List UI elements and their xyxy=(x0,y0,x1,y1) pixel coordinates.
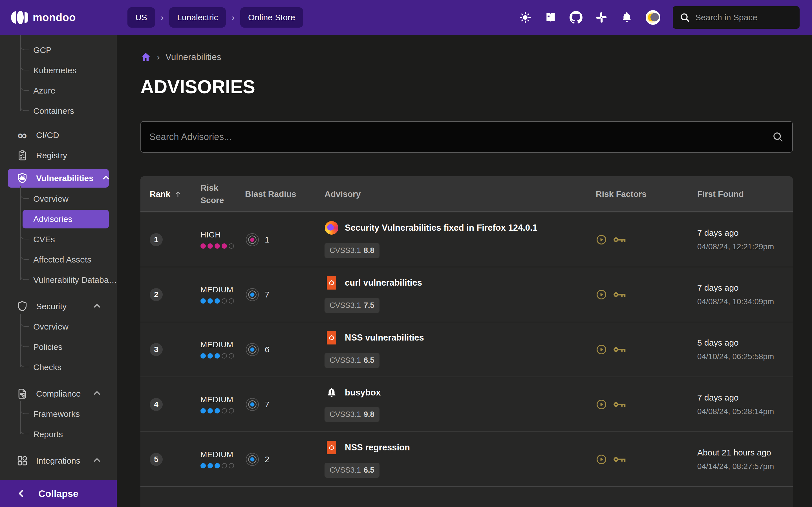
exploitable-play-icon xyxy=(596,344,607,355)
space-search xyxy=(673,6,800,29)
first-found-relative: 7 days ago xyxy=(697,228,793,238)
sidebar-item-vulnerability-database[interactable]: Vulnerability Databa… xyxy=(0,270,117,290)
sun-theme-icon[interactable] xyxy=(519,11,532,24)
advisory-title: Security Vulnerabilities fixed in Firefo… xyxy=(345,223,538,233)
table-row[interactable]: 2 MEDIUM 7 curl vulnerabilities CVSS3.17… xyxy=(140,267,793,322)
risk-score-dots xyxy=(200,353,245,358)
advisory-title: curl vulnerabilities xyxy=(345,278,422,288)
mondoo-logo-icon xyxy=(11,11,28,24)
advisories-search-input[interactable] xyxy=(149,131,772,142)
table-row[interactable]: 4 MEDIUM 7 xyxy=(140,377,793,432)
blast-radius-icon xyxy=(245,287,260,302)
chevron-up-icon[interactable] xyxy=(92,388,102,399)
sidebar-item-frameworks[interactable]: Frameworks xyxy=(0,404,117,424)
risk-level-label: MEDIUM xyxy=(200,450,245,459)
rank-badge: 2 xyxy=(150,288,163,301)
org-breadcrumb-region[interactable]: US xyxy=(128,7,155,27)
first-found-relative: About 21 hours ago xyxy=(697,448,793,457)
infinity-icon: ∞ xyxy=(16,129,29,142)
sidebar-item-registry[interactable]: Registry xyxy=(0,145,117,166)
breadcrumb-current[interactable]: Vulnerabilities xyxy=(165,52,221,62)
sidebar-item-containers[interactable]: Containers xyxy=(0,101,117,121)
sidebar-item-checks[interactable]: Checks xyxy=(0,357,117,378)
ubuntu-icon xyxy=(327,331,336,344)
sidebar-item-cicd[interactable]: ∞ CI/CD xyxy=(0,125,117,145)
sidebar-item-affected-assets[interactable]: Affected Assets xyxy=(0,249,117,270)
sidebar-item-integrations[interactable]: Integrations xyxy=(0,451,117,471)
first-found-date: 04/14/24, 08:27:57pm xyxy=(697,462,793,471)
mondoo-logo[interactable]: mondoo xyxy=(0,11,117,24)
breadcrumb: › Vulnerabilities xyxy=(140,51,812,63)
sidebar-item-gcp[interactable]: GCP xyxy=(0,40,117,60)
column-header-risk-score[interactable]: Risk Score xyxy=(200,182,245,206)
breadcrumb-separator: › xyxy=(161,12,164,23)
slack-icon[interactable] xyxy=(595,11,608,24)
sidebar-item-compliance[interactable]: Compliance xyxy=(0,384,117,404)
sidebar-collapse-button[interactable]: Collapse xyxy=(0,480,117,507)
sidebar-item-azure[interactable]: Azure xyxy=(0,80,117,101)
firefox-icon xyxy=(325,221,338,235)
docs-book-icon[interactable] xyxy=(544,11,557,24)
risk-level-label: HIGH xyxy=(200,230,245,239)
rank-badge: 1 xyxy=(150,233,163,246)
search-icon[interactable] xyxy=(772,131,784,143)
org-breadcrumb-organization[interactable]: Lunalectric xyxy=(169,7,226,27)
key-icon xyxy=(613,290,626,299)
risk-score-dots xyxy=(200,298,245,304)
home-icon[interactable] xyxy=(140,52,151,62)
clipboard-icon xyxy=(16,149,29,162)
sidebar-item-kubernetes[interactable]: Kubernetes xyxy=(0,60,117,80)
chevron-up-icon[interactable] xyxy=(92,455,102,466)
document-check-icon xyxy=(16,387,29,400)
org-breadcrumbs: US › Lunalectric › Online Store xyxy=(128,7,303,27)
table-row[interactable]: 1 HIGH 1 Security Vulnerabilities fixed … xyxy=(140,212,793,267)
column-header-advisory[interactable]: Advisory xyxy=(324,189,596,199)
risk-level-label: MEDIUM xyxy=(200,340,245,349)
compliance-subtree: Frameworks Reports xyxy=(0,404,117,445)
blast-radius-icon xyxy=(245,232,260,247)
column-header-rank[interactable]: Rank xyxy=(150,189,200,199)
first-found-relative: 7 days ago xyxy=(697,283,793,293)
advisory-title: NSS vulnerabilities xyxy=(345,333,424,343)
rank-badge: 3 xyxy=(150,343,163,356)
main-content: › Vulnerabilities ADVISORIES Rank Risk S… xyxy=(118,35,812,507)
first-found-date: 04/08/24, 05:28:14pm xyxy=(697,407,793,416)
sidebar-item-vulnerabilities[interactable]: Vulnerabilities xyxy=(8,169,109,187)
exploitable-play-icon xyxy=(596,399,607,410)
ubuntu-icon xyxy=(327,276,336,290)
sidebar-item-vuln-overview[interactable]: Overview xyxy=(0,189,117,209)
chevron-up-icon[interactable] xyxy=(101,173,111,184)
github-icon[interactable] xyxy=(569,11,582,24)
vulnerabilities-subtree: Overview Advisories CVEs Affected Assets… xyxy=(0,189,117,290)
sort-ascending-icon xyxy=(174,190,182,198)
shield-bug-icon xyxy=(16,172,29,185)
space-search-input[interactable] xyxy=(695,13,804,22)
table-row[interactable]: 5 MEDIUM 2 NSS regression CVSS3.16.5 xyxy=(140,432,793,487)
sidebar-item-cves[interactable]: CVEs xyxy=(0,229,117,249)
column-header-risk-factors[interactable]: Risk Factors xyxy=(596,189,697,199)
first-found-date: 04/08/24, 12:21:29pm xyxy=(697,242,793,251)
notifications-bell-icon[interactable] xyxy=(620,11,633,24)
table-header-row: Rank Risk Score Blast Radius Advisory Ri… xyxy=(140,176,793,212)
sidebar-item-security-overview[interactable]: Overview xyxy=(0,317,117,337)
topbar: mondoo US › Lunalectric › Online Store xyxy=(0,0,812,35)
key-icon xyxy=(613,400,626,409)
advisory-title: NSS regression xyxy=(345,443,410,453)
column-header-blast-radius[interactable]: Blast Radius xyxy=(245,189,324,199)
blast-radius-value: 1 xyxy=(265,235,269,244)
column-header-first-found[interactable]: First Found xyxy=(697,189,793,199)
chevron-up-icon[interactable] xyxy=(92,301,102,312)
org-breadcrumb-space[interactable]: Online Store xyxy=(240,7,303,27)
table-row[interactable]: openssl 7 days ago xyxy=(140,487,793,507)
sidebar-item-advisories[interactable]: Advisories xyxy=(22,210,109,228)
key-icon xyxy=(613,345,626,354)
alert-bell-icon xyxy=(326,387,338,399)
logo-text: mondoo xyxy=(33,11,76,24)
table-row[interactable]: 3 MEDIUM 6 NSS vulnerabilities CVSS3.16.… xyxy=(140,322,793,377)
sidebar-item-reports[interactable]: Reports xyxy=(0,424,117,445)
security-subtree: Overview Policies Checks xyxy=(0,317,117,378)
breadcrumb-separator: › xyxy=(232,12,235,23)
sidebar-item-policies[interactable]: Policies xyxy=(0,337,117,357)
user-avatar-eclipse[interactable] xyxy=(646,10,660,25)
sidebar-item-security[interactable]: Security xyxy=(0,296,117,317)
